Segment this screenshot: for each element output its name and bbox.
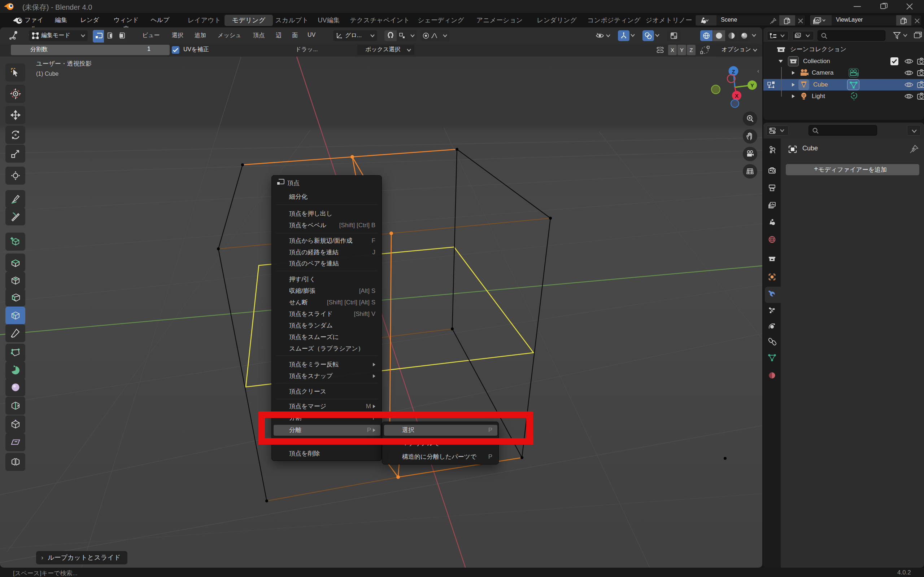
- svg-text:Z: Z: [732, 69, 735, 75]
- svg-text:(1) Cube: (1) Cube: [36, 71, 58, 77]
- svg-text:Y: Y: [750, 82, 754, 89]
- svg-text:ユーザー・透視投影: ユーザー・透視投影: [36, 60, 92, 67]
- svg-text:X: X: [735, 93, 738, 99]
